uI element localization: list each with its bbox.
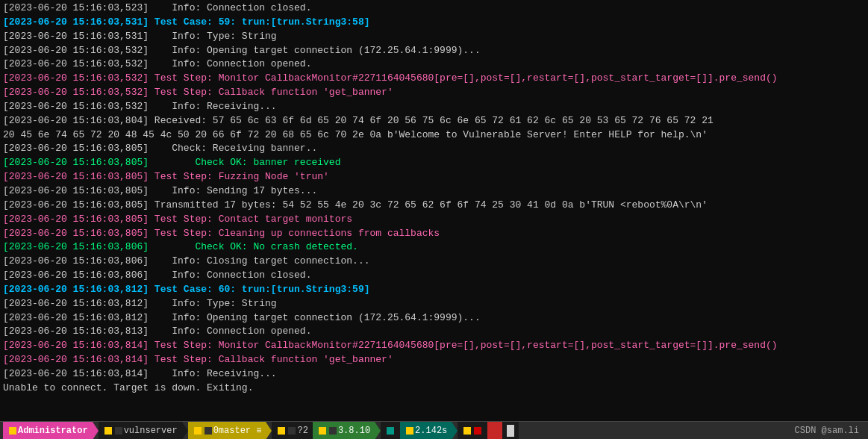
terminal-line: [2023-06-20 15:16:03,812] Info: Opening … <box>3 311 865 326</box>
sb-question[interactable]: ?2 <box>272 422 312 439</box>
terminal-line: [2023-06-20 15:16:03,814] Test Step: Cal… <box>3 353 865 367</box>
sb-csdn: CSDN @sam.li <box>795 426 865 436</box>
sb-time[interactable]: 2.142s <box>400 422 452 439</box>
terminal-line: [2023-06-20 15:16:03,814] Test Step: Mon… <box>3 339 865 353</box>
sb-version[interactable]: 3.8.10 <box>313 422 375 439</box>
terminal-line: [2023-06-20 15:16:03,804] Received: 57 6… <box>3 114 865 128</box>
sb-redindicator <box>487 422 502 439</box>
terminal-line: [2023-06-20 15:16:03,812] Info: Type: St… <box>3 297 865 311</box>
terminal-line: [2023-06-20 15:16:03,805] Check: Receivi… <box>3 142 865 156</box>
sb-sep2 <box>182 422 188 440</box>
sb-sep1 <box>93 422 99 440</box>
sb-vulnserver[interactable]: vulnserver <box>99 422 182 439</box>
terminal-line: Unable to connect. Target is down. Exiti… <box>3 382 865 396</box>
sb-sep4 <box>375 422 381 440</box>
terminal-line: [2023-06-20 15:16:03,532] Info: Receivin… <box>3 100 865 114</box>
terminal-line: [2023-06-20 15:16:03,805] Test Step: Fuz… <box>3 170 865 184</box>
sb-sep3 <box>266 422 272 440</box>
sb-master[interactable]: 0master ≡ <box>188 422 266 439</box>
statusbar: Administrator vulnserver 0master ≡ ?2 3.… <box>0 421 868 439</box>
terminal-line: [2023-06-20 15:16:03,812] Test Case: 60:… <box>3 283 865 297</box>
sb-sep5 <box>452 422 458 440</box>
terminal-line: 20 45 6e 74 65 72 20 48 45 4c 50 20 66 6… <box>3 128 865 143</box>
terminal-line: [2023-06-20 15:16:03,532] Info: Opening … <box>3 44 865 58</box>
terminal[interactable]: [2023-06-20 15:16:03,523] Info: Connecti… <box>0 0 868 421</box>
sb-icons <box>458 422 487 439</box>
terminal-line: [2023-06-20 15:16:03,805] Test Step: Con… <box>3 213 865 227</box>
terminal-line: [2023-06-20 15:16:03,523] Info: Connecti… <box>3 1 865 16</box>
terminal-line: [2023-06-20 15:16:03,805] Check OK: bann… <box>3 156 865 170</box>
terminal-line: [2023-06-20 15:16:03,532] Test Step: Mon… <box>3 72 865 86</box>
sb-cursor <box>502 422 519 439</box>
terminal-line: [2023-06-20 15:16:03,531] Test Case: 59:… <box>3 16 865 30</box>
terminal-line: [2023-06-20 15:16:03,532] Info: Connecti… <box>3 57 865 72</box>
sb-administrator[interactable]: Administrator <box>3 422 93 439</box>
terminal-line: [2023-06-20 15:16:03,814] Info: Receivin… <box>3 367 865 382</box>
terminal-line: [2023-06-20 15:16:03,805] Transmitted 17… <box>3 199 865 213</box>
terminal-line: [2023-06-20 15:16:03,806] Info: Connecti… <box>3 269 865 283</box>
terminal-line: [2023-06-20 15:16:03,531] Info: Type: St… <box>3 30 865 44</box>
terminal-line: [2023-06-20 15:16:03,813] Info: Connecti… <box>3 325 865 339</box>
terminal-line: [2023-06-20 15:16:03,806] Info: Closing … <box>3 255 865 269</box>
sb-empty <box>381 422 400 439</box>
terminal-line: [2023-06-20 15:16:03,532] Test Step: Cal… <box>3 86 865 100</box>
terminal-line: [2023-06-20 15:16:03,806] Check OK: No c… <box>3 240 865 255</box>
terminal-line: [2023-06-20 15:16:03,805] Info: Sending … <box>3 184 865 199</box>
terminal-line: [2023-06-20 15:16:03,805] Test Step: Cle… <box>3 227 865 241</box>
